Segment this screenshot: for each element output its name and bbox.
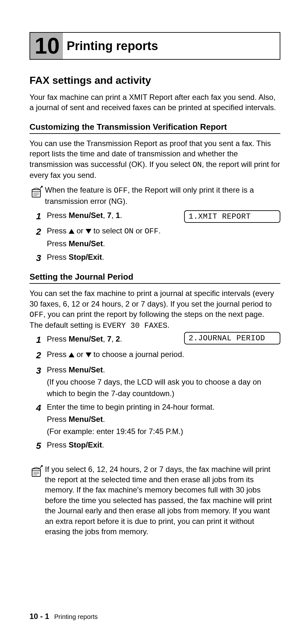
key-stop-exit: Stop/Exit	[69, 440, 102, 449]
note-icon	[30, 465, 43, 480]
note-row: When the feature is OFF, the Report will…	[30, 185, 280, 206]
svg-rect-0	[32, 189, 40, 197]
text: .	[158, 226, 161, 235]
text: .	[102, 440, 104, 449]
text: ,	[111, 211, 115, 220]
text: ,	[103, 335, 107, 343]
text: to choose a journal period.	[91, 350, 184, 359]
text-mono-off: OFF	[114, 186, 128, 195]
note-text: If you select 6, 12, 24 hours, 2 or 7 da…	[45, 464, 280, 537]
key-menu-set: Menu/Set	[69, 415, 103, 423]
text: (For example: enter 19:45 for 7:45 P.M.)	[47, 426, 280, 437]
key-menu-set: Menu/Set	[69, 365, 103, 374]
lcd-text: 2.JOURNAL PERIOD	[184, 332, 280, 344]
text: .	[102, 253, 104, 261]
subsection-journal-paragraph: You can set the fax machine to print a j…	[30, 288, 280, 331]
text-mono-off: OFF	[145, 227, 158, 236]
text: Enter the time to begin printing in 24-h…	[47, 403, 215, 411]
text: or	[74, 350, 86, 359]
steps-journal: Press Menu/Set, 7, 2. Press or to choose…	[32, 333, 280, 453]
step: Enter the time to begin printing in 24-h…	[32, 401, 280, 437]
text-mono-off: OFF	[30, 310, 43, 319]
text: , you can print the report by following …	[43, 310, 264, 318]
key-menu-set: Menu/Set	[69, 239, 103, 248]
step: Press Menu/Set, 7, 1.	[32, 210, 178, 223]
text: Press	[47, 239, 69, 248]
page-footer: 10 - 1 Printing reports	[30, 612, 98, 621]
text: The default setting is	[30, 321, 103, 329]
step: Press Stop/Exit.	[32, 439, 280, 453]
text: .	[103, 365, 105, 374]
key-stop-exit: Stop/Exit	[69, 253, 102, 261]
section-heading: FAX settings and activity	[30, 74, 280, 86]
subsection-xmit-paragraph: You can use the Transmission Report as p…	[30, 138, 280, 181]
text: Press	[47, 365, 69, 374]
text: Press	[47, 211, 69, 220]
text: ,	[103, 211, 107, 220]
arrow-up-icon	[69, 229, 74, 234]
text-mono-default: EVERY 30 FAXES	[103, 321, 167, 330]
lcd-text: 1.XMIT REPORT	[184, 210, 280, 223]
step: Press Menu/Set. (If you choose 7 days, t…	[32, 364, 280, 399]
text: .	[120, 211, 122, 220]
text-mono-on: ON	[192, 161, 202, 169]
text: to select	[91, 226, 124, 235]
text: Press	[47, 415, 69, 423]
svg-rect-1	[32, 469, 40, 476]
text: You can set the fax machine to print a j…	[30, 289, 274, 308]
key-menu-set: Menu/Set	[69, 335, 103, 343]
text: or	[133, 226, 145, 235]
chapter-title: Printing reports	[63, 33, 162, 59]
text: Press	[47, 335, 69, 343]
text: or	[74, 226, 86, 235]
footer-title: Printing reports	[54, 613, 98, 620]
text: .	[167, 321, 170, 329]
subsection-heading-xmit: Customizing the Transmission Verificatio…	[30, 122, 280, 134]
step: Press Menu/Set, 7, 2.	[32, 333, 178, 347]
chapter-number: 10	[30, 33, 63, 59]
text: .	[103, 415, 105, 423]
section-intro: Your fax machine can print a XMIT Report…	[30, 92, 280, 113]
text: Press	[47, 253, 69, 261]
key-menu-set: Menu/Set	[69, 211, 103, 220]
step: Press Stop/Exit.	[32, 251, 280, 265]
note-icon	[30, 186, 43, 200]
text: .	[103, 239, 105, 248]
arrow-down-icon	[86, 229, 91, 234]
text: Press	[47, 226, 69, 235]
step: Press or to select ON or OFF. Press Menu…	[32, 225, 178, 249]
arrow-up-icon	[69, 352, 74, 357]
lcd-display-journal: 2.JOURNAL PERIOD	[184, 332, 280, 344]
text: .	[120, 335, 122, 343]
text: ,	[111, 335, 115, 343]
subsection-heading-journal: Setting the Journal Period	[30, 272, 280, 284]
step: Press or to choose a journal period.	[32, 349, 280, 362]
key-7: 7	[107, 211, 111, 220]
lcd-display-xmit: 1.XMIT REPORT	[184, 210, 280, 223]
page-number: 10 - 1	[30, 612, 49, 621]
key-7: 7	[107, 335, 111, 343]
arrow-down-icon	[86, 352, 91, 357]
text: (If you choose 7 days, the LCD will ask …	[47, 376, 280, 399]
key-2: 2	[116, 335, 120, 343]
text: When the feature is	[45, 186, 114, 194]
note-row: If you select 6, 12, 24 hours, 2 or 7 da…	[30, 464, 280, 537]
key-1: 1	[116, 211, 120, 220]
chapter-header: 10 Printing reports	[30, 32, 280, 60]
text: Press	[47, 440, 69, 449]
text: Press	[47, 350, 69, 359]
text-mono-on: ON	[124, 227, 133, 236]
note-text: When the feature is OFF, the Report will…	[45, 185, 280, 206]
